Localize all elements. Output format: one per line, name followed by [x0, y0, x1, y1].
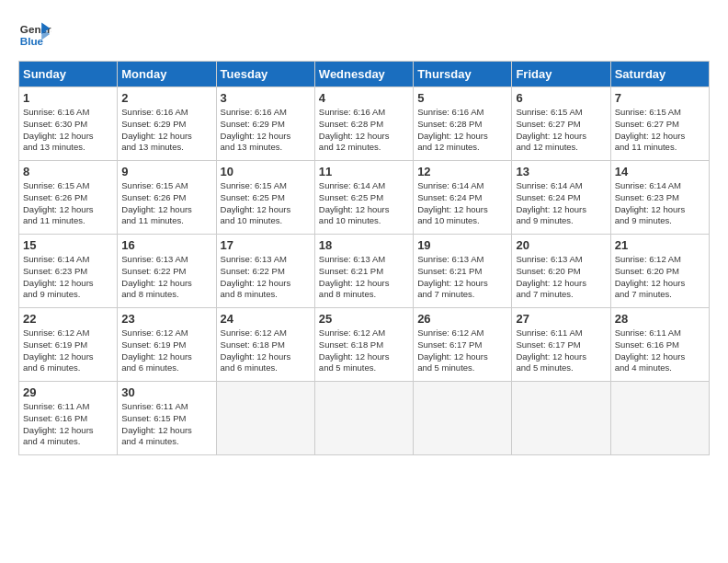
day-info: Sunrise: 6:12 AMSunset: 6:17 PMDaylight:…: [417, 327, 507, 374]
day-number: 10: [221, 165, 311, 178]
header-day-sunday: Sunday: [19, 62, 118, 87]
day-number: 18: [319, 238, 409, 252]
day-info: Sunrise: 6:11 AMSunset: 6:16 PMDaylight:…: [615, 327, 705, 374]
header-day-thursday: Thursday: [414, 62, 512, 87]
day-info: Sunrise: 6:12 AMSunset: 6:18 PMDaylight:…: [221, 327, 311, 374]
calendar-cell: 30Sunrise: 6:11 AMSunset: 6:15 PMDayligh…: [118, 382, 216, 455]
calendar-cell: 26Sunrise: 6:12 AMSunset: 6:17 PMDayligh…: [414, 308, 512, 382]
calendar-cell: 28Sunrise: 6:11 AMSunset: 6:16 PMDayligh…: [610, 308, 709, 382]
day-info: Sunrise: 6:14 AMSunset: 6:25 PMDaylight:…: [319, 180, 409, 227]
calendar-cell: 21Sunrise: 6:12 AMSunset: 6:20 PMDayligh…: [610, 235, 709, 308]
day-number: 15: [23, 238, 113, 252]
day-info: Sunrise: 6:15 AMSunset: 6:25 PMDaylight:…: [221, 180, 311, 227]
calendar-cell: [216, 382, 314, 455]
day-info: Sunrise: 6:12 AMSunset: 6:18 PMDaylight:…: [319, 327, 409, 374]
day-info: Sunrise: 6:16 AMSunset: 6:28 PMDaylight:…: [417, 107, 507, 154]
calendar-cell: 14Sunrise: 6:14 AMSunset: 6:23 PMDayligh…: [610, 161, 709, 235]
calendar-cell: 17Sunrise: 6:13 AMSunset: 6:22 PMDayligh…: [216, 235, 314, 308]
calendar-cell: 3Sunrise: 6:16 AMSunset: 6:29 PMDaylight…: [216, 87, 314, 161]
day-info: Sunrise: 6:13 AMSunset: 6:22 PMDaylight:…: [221, 254, 311, 301]
day-info: Sunrise: 6:14 AMSunset: 6:23 PMDaylight:…: [23, 254, 113, 301]
logo-icon: General Blue: [18, 18, 51, 52]
calendar-cell: [414, 382, 512, 455]
day-number: 12: [417, 165, 507, 178]
header-day-saturday: Saturday: [610, 62, 709, 87]
calendar-header-row: SundayMondayTuesdayWednesdayThursdayFrid…: [19, 62, 710, 87]
day-info: Sunrise: 6:16 AMSunset: 6:30 PMDaylight:…: [23, 107, 113, 154]
calendar-cell: 5Sunrise: 6:16 AMSunset: 6:28 PMDaylight…: [414, 87, 512, 161]
day-info: Sunrise: 6:16 AMSunset: 6:29 PMDaylight:…: [221, 107, 311, 154]
calendar-cell: 4Sunrise: 6:16 AMSunset: 6:28 PMDaylight…: [314, 87, 413, 161]
week-row-5: 29Sunrise: 6:11 AMSunset: 6:16 PMDayligh…: [19, 382, 710, 455]
calendar-cell: 8Sunrise: 6:15 AMSunset: 6:26 PMDaylight…: [19, 161, 118, 235]
day-number: 7: [615, 91, 705, 105]
calendar-cell: 20Sunrise: 6:13 AMSunset: 6:20 PMDayligh…: [512, 235, 610, 308]
day-number: 5: [417, 91, 507, 105]
day-info: Sunrise: 6:15 AMSunset: 6:27 PMDaylight:…: [516, 107, 606, 154]
calendar-body: 1Sunrise: 6:16 AMSunset: 6:30 PMDaylight…: [19, 87, 710, 455]
calendar-cell: 7Sunrise: 6:15 AMSunset: 6:27 PMDaylight…: [610, 87, 709, 161]
calendar-cell: 6Sunrise: 6:15 AMSunset: 6:27 PMDaylight…: [512, 87, 610, 161]
day-number: 29: [23, 385, 113, 399]
calendar-cell: 24Sunrise: 6:12 AMSunset: 6:18 PMDayligh…: [216, 308, 314, 382]
calendar-cell: 10Sunrise: 6:15 AMSunset: 6:25 PMDayligh…: [216, 161, 314, 235]
calendar-cell: 1Sunrise: 6:16 AMSunset: 6:30 PMDaylight…: [19, 87, 118, 161]
week-row-4: 22Sunrise: 6:12 AMSunset: 6:19 PMDayligh…: [19, 308, 710, 382]
calendar-cell: [512, 382, 610, 455]
week-row-3: 15Sunrise: 6:14 AMSunset: 6:23 PMDayligh…: [19, 235, 710, 308]
calendar-cell: 25Sunrise: 6:12 AMSunset: 6:18 PMDayligh…: [314, 308, 413, 382]
day-number: 27: [516, 312, 606, 326]
day-number: 20: [516, 238, 606, 252]
day-number: 8: [23, 165, 113, 178]
day-info: Sunrise: 6:14 AMSunset: 6:24 PMDaylight:…: [417, 180, 507, 227]
day-number: 23: [121, 312, 211, 326]
day-info: Sunrise: 6:16 AMSunset: 6:28 PMDaylight:…: [319, 107, 409, 154]
header-day-tuesday: Tuesday: [216, 62, 314, 87]
calendar-cell: 12Sunrise: 6:14 AMSunset: 6:24 PMDayligh…: [414, 161, 512, 235]
day-info: Sunrise: 6:11 AMSunset: 6:17 PMDaylight:…: [516, 327, 606, 374]
svg-text:Blue: Blue: [20, 35, 44, 47]
day-number: 26: [417, 312, 507, 326]
day-number: 30: [121, 385, 211, 399]
day-number: 19: [417, 238, 507, 252]
day-number: 14: [615, 165, 705, 178]
day-number: 24: [221, 312, 311, 326]
day-number: 16: [121, 238, 211, 252]
day-info: Sunrise: 6:15 AMSunset: 6:27 PMDaylight:…: [615, 107, 705, 154]
day-number: 1: [23, 91, 113, 105]
day-info: Sunrise: 6:11 AMSunset: 6:15 PMDaylight:…: [121, 401, 211, 448]
day-number: 25: [319, 312, 409, 326]
day-info: Sunrise: 6:14 AMSunset: 6:24 PMDaylight:…: [516, 180, 606, 227]
day-number: 21: [615, 238, 705, 252]
day-number: 17: [221, 238, 311, 252]
day-info: Sunrise: 6:14 AMSunset: 6:23 PMDaylight:…: [615, 180, 705, 227]
day-number: 6: [516, 91, 606, 105]
day-info: Sunrise: 6:15 AMSunset: 6:26 PMDaylight:…: [23, 180, 113, 227]
day-info: Sunrise: 6:15 AMSunset: 6:26 PMDaylight:…: [121, 180, 211, 227]
week-row-2: 8Sunrise: 6:15 AMSunset: 6:26 PMDaylight…: [19, 161, 710, 235]
day-number: 3: [221, 91, 311, 105]
day-info: Sunrise: 6:12 AMSunset: 6:19 PMDaylight:…: [23, 327, 113, 374]
day-info: Sunrise: 6:13 AMSunset: 6:21 PMDaylight:…: [319, 254, 409, 301]
day-number: 22: [23, 312, 113, 326]
calendar-cell: 22Sunrise: 6:12 AMSunset: 6:19 PMDayligh…: [19, 308, 118, 382]
calendar-cell: 16Sunrise: 6:13 AMSunset: 6:22 PMDayligh…: [118, 235, 216, 308]
calendar-cell: 18Sunrise: 6:13 AMSunset: 6:21 PMDayligh…: [314, 235, 413, 308]
day-info: Sunrise: 6:12 AMSunset: 6:19 PMDaylight:…: [121, 327, 211, 374]
day-number: 4: [319, 91, 409, 105]
calendar-cell: 2Sunrise: 6:16 AMSunset: 6:29 PMDaylight…: [118, 87, 216, 161]
day-info: Sunrise: 6:16 AMSunset: 6:29 PMDaylight:…: [121, 107, 211, 154]
calendar-cell: 23Sunrise: 6:12 AMSunset: 6:19 PMDayligh…: [118, 308, 216, 382]
day-info: Sunrise: 6:11 AMSunset: 6:16 PMDaylight:…: [23, 401, 113, 448]
day-info: Sunrise: 6:13 AMSunset: 6:20 PMDaylight:…: [516, 254, 606, 301]
day-info: Sunrise: 6:12 AMSunset: 6:20 PMDaylight:…: [615, 254, 705, 301]
calendar-cell: [314, 382, 413, 455]
day-info: Sunrise: 6:13 AMSunset: 6:22 PMDaylight:…: [121, 254, 211, 301]
week-row-1: 1Sunrise: 6:16 AMSunset: 6:30 PMDaylight…: [19, 87, 710, 161]
day-number: 28: [615, 312, 705, 326]
logo: General Blue: [18, 18, 51, 52]
day-number: 11: [319, 165, 409, 178]
day-number: 13: [516, 165, 606, 178]
calendar-cell: 29Sunrise: 6:11 AMSunset: 6:16 PMDayligh…: [19, 382, 118, 455]
day-number: 2: [121, 91, 211, 105]
